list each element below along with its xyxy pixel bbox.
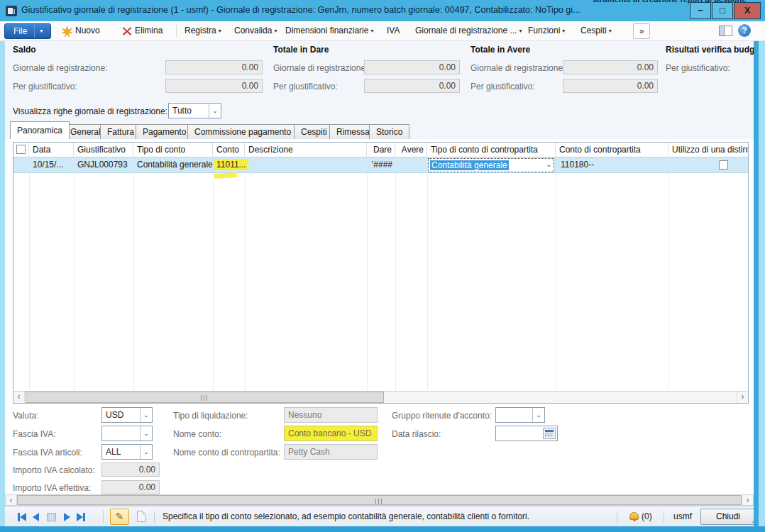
column-header-utilizzo-distinta[interactable]: Utilizzo di una distinta di bbox=[668, 143, 748, 157]
field-label: Per giustificativo: bbox=[666, 63, 730, 73]
utilizzo-distinta-checkbox[interactable] bbox=[719, 160, 728, 170]
section-title-totale-avere: Totale in Avere bbox=[470, 45, 530, 55]
close-button[interactable]: X bbox=[734, 2, 761, 19]
form-horizontal-scrollbar[interactable]: ‹ › bbox=[5, 494, 754, 506]
document-icon[interactable] bbox=[137, 511, 146, 522]
cell-descrizione[interactable] bbox=[245, 157, 367, 172]
field-label: Per giustificativo: bbox=[273, 82, 338, 92]
selected-text: Contabilità generale bbox=[430, 160, 509, 170]
cell-avere[interactable] bbox=[395, 157, 427, 172]
chevron-down-icon: ▾ bbox=[34, 24, 43, 38]
alerts-count: (0) bbox=[642, 511, 652, 521]
field-label: Per giustificativo: bbox=[13, 82, 77, 92]
maximize-button[interactable]: □ bbox=[712, 2, 733, 19]
cell-tipo-di-conto[interactable]: Contabilità generale bbox=[133, 157, 213, 172]
gruppo-ritenute-combobox[interactable]: ⌄ bbox=[495, 407, 545, 423]
tipo-liquidazione-field[interactable] bbox=[284, 407, 378, 423]
scroll-right-button[interactable]: › bbox=[742, 495, 753, 505]
toolbar-item-funzioni[interactable]: Funzioni▾ bbox=[528, 21, 565, 40]
last-record-button[interactable] bbox=[77, 513, 85, 521]
tab-storico[interactable]: Storico bbox=[369, 124, 409, 139]
filter-dropdown[interactable]: Tutto ⌄ bbox=[168, 103, 221, 118]
help-icon[interactable]: ? bbox=[738, 24, 751, 37]
grid-view-button[interactable] bbox=[47, 513, 56, 521]
column-header-data[interactable]: Data bbox=[29, 143, 74, 157]
column-header-descrizione[interactable]: Descrizione bbox=[245, 143, 367, 157]
toolbar-item-cespiti[interactable]: Cespiti▾ bbox=[580, 21, 612, 40]
toolbar-item-dimensioni-finanziarie[interactable]: Dimensioni finanziarie▾ bbox=[285, 21, 373, 40]
toolbar-item-registra[interactable]: Registra▾ bbox=[185, 21, 221, 40]
scroll-left-button[interactable]: ‹ bbox=[13, 392, 25, 403]
tipo-contropartita-combobox[interactable]: Contabilità generale ⌄ bbox=[428, 158, 554, 172]
column-header-avere[interactable]: Avere bbox=[395, 143, 427, 157]
column-header-conto-contropartita[interactable]: Conto di contropartita bbox=[556, 143, 668, 157]
tab-strip: Panoramica Generale Fattura Pagamento Co… bbox=[5, 121, 758, 139]
edit-record-button[interactable]: ✎ bbox=[110, 509, 129, 525]
fascia-iva-articoli-combobox[interactable]: ALL ⌄ bbox=[101, 444, 153, 460]
tab-panoramica[interactable]: Panoramica bbox=[10, 121, 70, 139]
avere-giornale-field[interactable] bbox=[563, 60, 658, 74]
cell-giustificativo[interactable]: GNJL000793 bbox=[74, 157, 133, 172]
journal-voucher-window: strumento di creazione report di gestion… bbox=[0, 0, 765, 532]
fascia-iva-combobox[interactable]: ⌄ bbox=[101, 426, 153, 441]
minimize-button[interactable]: − bbox=[690, 2, 711, 19]
toolbar-overflow-button[interactable]: » bbox=[633, 23, 650, 39]
scrollbar-thumb[interactable] bbox=[26, 392, 384, 403]
dare-giustificativo-field[interactable] bbox=[364, 79, 460, 93]
previous-record-button[interactable] bbox=[33, 513, 39, 521]
layout-pane-icon[interactable] bbox=[719, 26, 732, 36]
toolbar-item-elimina[interactable]: Elimina bbox=[135, 21, 163, 40]
scrollbar-thumb[interactable] bbox=[17, 495, 742, 505]
cell-conto-contropartita[interactable]: 110180-- bbox=[556, 157, 668, 172]
toolbar-item-giornale-di-registrazione[interactable]: Giornale di registrazione ...▾ bbox=[415, 21, 522, 40]
journal-line-row[interactable]: 10/15/... GNJL000793 Contabilità general… bbox=[13, 157, 748, 173]
importo-iva-effettiva-field[interactable] bbox=[101, 480, 160, 494]
chevron-down-icon: ⌄ bbox=[140, 426, 152, 440]
grid-horizontal-scrollbar[interactable]: ‹ › bbox=[13, 391, 748, 403]
field-label: Giornale di registrazione: bbox=[470, 63, 565, 73]
titlebar[interactable]: strumento di creazione report di gestion… bbox=[0, 0, 765, 21]
window-border-right-inner bbox=[754, 41, 759, 532]
column-header-tipo-di-conto[interactable]: Tipo di conto bbox=[133, 143, 213, 157]
field-label: Fascia IVA articoli: bbox=[13, 448, 82, 458]
column-header-conto[interactable]: Conto bbox=[213, 143, 245, 157]
avere-giustificativo-field[interactable] bbox=[563, 79, 658, 93]
chiudi-button[interactable]: Chiudi bbox=[700, 509, 756, 525]
file-menu-button[interactable]: File ▾ bbox=[4, 23, 51, 39]
field-label: Importo IVA calcolato: bbox=[13, 465, 95, 475]
saldo-giornale-field[interactable] bbox=[165, 60, 263, 74]
field-label: Gruppo ritenute d'acconto: bbox=[392, 411, 492, 421]
toolbar-item-iva[interactable]: IVA bbox=[387, 21, 400, 40]
cell-dare[interactable]: '#### bbox=[367, 157, 395, 172]
nome-conto-field[interactable] bbox=[284, 426, 378, 441]
importo-iva-calcolato-field[interactable] bbox=[101, 462, 160, 477]
first-record-button[interactable] bbox=[18, 513, 26, 521]
toolbar-item-convalida[interactable]: Convalida▾ bbox=[234, 21, 277, 40]
chevron-down-icon: ▾ bbox=[609, 28, 612, 34]
scroll-right-button[interactable]: › bbox=[737, 392, 748, 403]
valuta-combobox[interactable]: USD ⌄ bbox=[101, 407, 153, 423]
tab-commissione-pagamento[interactable]: Commissione pagamento bbox=[187, 124, 298, 139]
select-all-checkbox[interactable] bbox=[16, 145, 26, 154]
window-border-bottom bbox=[0, 526, 765, 532]
tab-pagamento[interactable]: Pagamento bbox=[136, 124, 193, 139]
column-header-tipo-contropartita[interactable]: Tipo di conto di contropartita bbox=[427, 143, 556, 157]
company-id[interactable]: usmf bbox=[673, 511, 692, 521]
marker-highlight-tail bbox=[214, 172, 237, 179]
column-header-giustificativo[interactable]: Giustificativo bbox=[74, 143, 133, 157]
toolbar-item-nuovo[interactable]: Nuovo bbox=[75, 21, 100, 40]
cell-data[interactable]: 10/15/... bbox=[29, 157, 74, 172]
nome-conto-contropartita-field[interactable] bbox=[284, 444, 378, 460]
next-record-button[interactable] bbox=[64, 513, 70, 521]
data-rilascio-datefield[interactable] bbox=[495, 426, 558, 441]
calendar-icon[interactable] bbox=[543, 428, 556, 439]
new-star-icon bbox=[62, 26, 72, 37]
saldo-giustificativo-field[interactable] bbox=[165, 79, 263, 93]
cell-conto[interactable]: 11011... bbox=[213, 157, 245, 172]
dare-giornale-field[interactable] bbox=[364, 60, 460, 74]
field-label: Giornale di registrazione: bbox=[273, 63, 368, 73]
alerts-bell-icon[interactable] bbox=[629, 512, 639, 520]
tab-cespiti[interactable]: Cespiti bbox=[294, 124, 334, 139]
column-header-dare[interactable]: Dare bbox=[367, 143, 395, 157]
scroll-left-button[interactable]: ‹ bbox=[6, 495, 17, 505]
